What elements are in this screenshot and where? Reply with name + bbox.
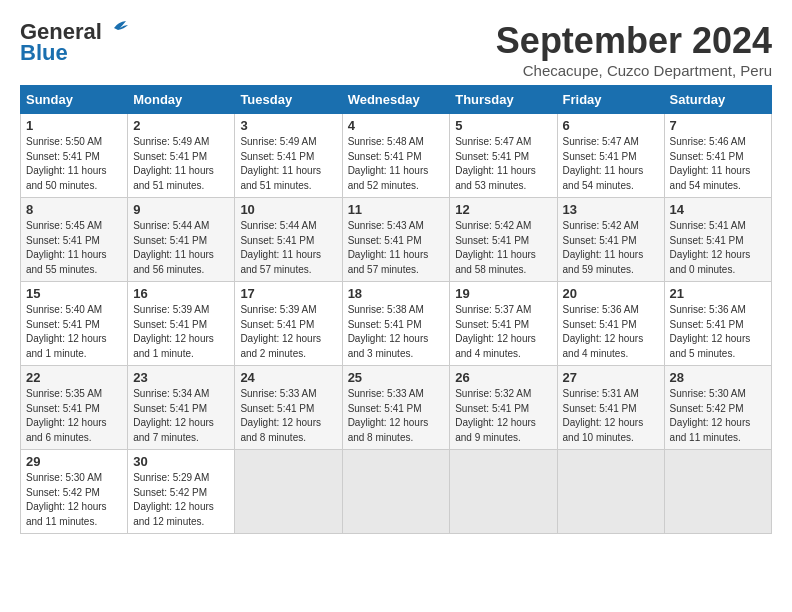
- calendar-cell: 28 Sunrise: 5:30 AM Sunset: 5:42 PM Dayl…: [664, 366, 771, 450]
- day-number: 24: [240, 370, 336, 385]
- calendar-cell: 11 Sunrise: 5:43 AM Sunset: 5:41 PM Dayl…: [342, 198, 450, 282]
- calendar-row: 1 Sunrise: 5:50 AM Sunset: 5:41 PM Dayli…: [21, 114, 772, 198]
- calendar-cell: 13 Sunrise: 5:42 AM Sunset: 5:41 PM Dayl…: [557, 198, 664, 282]
- day-info: Sunrise: 5:44 AM Sunset: 5:41 PM Dayligh…: [133, 219, 229, 277]
- calendar-cell: 21 Sunrise: 5:36 AM Sunset: 5:41 PM Dayl…: [664, 282, 771, 366]
- day-info: Sunrise: 5:31 AM Sunset: 5:41 PM Dayligh…: [563, 387, 659, 445]
- day-number: 9: [133, 202, 229, 217]
- title-block: September 2024 Checacupe, Cuzco Departme…: [496, 20, 772, 79]
- day-info: Sunrise: 5:39 AM Sunset: 5:41 PM Dayligh…: [240, 303, 336, 361]
- day-number: 4: [348, 118, 445, 133]
- day-info: Sunrise: 5:32 AM Sunset: 5:41 PM Dayligh…: [455, 387, 551, 445]
- day-number: 23: [133, 370, 229, 385]
- calendar-row: 22 Sunrise: 5:35 AM Sunset: 5:41 PM Dayl…: [21, 366, 772, 450]
- day-number: 18: [348, 286, 445, 301]
- day-number: 21: [670, 286, 766, 301]
- month-title: September 2024: [496, 20, 772, 62]
- day-number: 28: [670, 370, 766, 385]
- day-number: 16: [133, 286, 229, 301]
- calendar-cell: 6 Sunrise: 5:47 AM Sunset: 5:41 PM Dayli…: [557, 114, 664, 198]
- day-number: 3: [240, 118, 336, 133]
- day-info: Sunrise: 5:47 AM Sunset: 5:41 PM Dayligh…: [455, 135, 551, 193]
- calendar-row: 29 Sunrise: 5:30 AM Sunset: 5:42 PM Dayl…: [21, 450, 772, 534]
- calendar-header-row: SundayMondayTuesdayWednesdayThursdayFrid…: [21, 86, 772, 114]
- day-info: Sunrise: 5:38 AM Sunset: 5:41 PM Dayligh…: [348, 303, 445, 361]
- calendar-cell: 24 Sunrise: 5:33 AM Sunset: 5:41 PM Dayl…: [235, 366, 342, 450]
- day-number: 10: [240, 202, 336, 217]
- weekday-header: Monday: [128, 86, 235, 114]
- day-number: 8: [26, 202, 122, 217]
- calendar-cell: 1 Sunrise: 5:50 AM Sunset: 5:41 PM Dayli…: [21, 114, 128, 198]
- calendar-cell: 7 Sunrise: 5:46 AM Sunset: 5:41 PM Dayli…: [664, 114, 771, 198]
- day-info: Sunrise: 5:36 AM Sunset: 5:41 PM Dayligh…: [563, 303, 659, 361]
- day-info: Sunrise: 5:50 AM Sunset: 5:41 PM Dayligh…: [26, 135, 122, 193]
- day-number: 15: [26, 286, 122, 301]
- day-number: 27: [563, 370, 659, 385]
- day-number: 6: [563, 118, 659, 133]
- day-number: 5: [455, 118, 551, 133]
- calendar-cell: 15 Sunrise: 5:40 AM Sunset: 5:41 PM Dayl…: [21, 282, 128, 366]
- day-info: Sunrise: 5:30 AM Sunset: 5:42 PM Dayligh…: [670, 387, 766, 445]
- calendar-cell: 19 Sunrise: 5:37 AM Sunset: 5:41 PM Dayl…: [450, 282, 557, 366]
- day-info: Sunrise: 5:33 AM Sunset: 5:41 PM Dayligh…: [348, 387, 445, 445]
- weekday-header: Wednesday: [342, 86, 450, 114]
- logo-bird-icon: [106, 20, 128, 38]
- calendar-cell: 3 Sunrise: 5:49 AM Sunset: 5:41 PM Dayli…: [235, 114, 342, 198]
- calendar-cell: 22 Sunrise: 5:35 AM Sunset: 5:41 PM Dayl…: [21, 366, 128, 450]
- day-info: Sunrise: 5:35 AM Sunset: 5:41 PM Dayligh…: [26, 387, 122, 445]
- day-info: Sunrise: 5:44 AM Sunset: 5:41 PM Dayligh…: [240, 219, 336, 277]
- calendar-cell: 26 Sunrise: 5:32 AM Sunset: 5:41 PM Dayl…: [450, 366, 557, 450]
- day-number: 19: [455, 286, 551, 301]
- calendar-cell: 14 Sunrise: 5:41 AM Sunset: 5:41 PM Dayl…: [664, 198, 771, 282]
- location-subtitle: Checacupe, Cuzco Department, Peru: [496, 62, 772, 79]
- calendar-row: 15 Sunrise: 5:40 AM Sunset: 5:41 PM Dayl…: [21, 282, 772, 366]
- logo-blue: Blue: [20, 40, 68, 66]
- weekday-header: Sunday: [21, 86, 128, 114]
- logo: General Blue: [20, 20, 128, 66]
- day-number: 12: [455, 202, 551, 217]
- day-number: 13: [563, 202, 659, 217]
- weekday-header: Friday: [557, 86, 664, 114]
- calendar-table: SundayMondayTuesdayWednesdayThursdayFrid…: [20, 85, 772, 534]
- calendar-cell: 30 Sunrise: 5:29 AM Sunset: 5:42 PM Dayl…: [128, 450, 235, 534]
- day-info: Sunrise: 5:42 AM Sunset: 5:41 PM Dayligh…: [455, 219, 551, 277]
- calendar-cell: [450, 450, 557, 534]
- day-info: Sunrise: 5:43 AM Sunset: 5:41 PM Dayligh…: [348, 219, 445, 277]
- calendar-cell: [235, 450, 342, 534]
- day-number: 1: [26, 118, 122, 133]
- calendar-cell: 5 Sunrise: 5:47 AM Sunset: 5:41 PM Dayli…: [450, 114, 557, 198]
- calendar-cell: 18 Sunrise: 5:38 AM Sunset: 5:41 PM Dayl…: [342, 282, 450, 366]
- day-info: Sunrise: 5:36 AM Sunset: 5:41 PM Dayligh…: [670, 303, 766, 361]
- day-info: Sunrise: 5:33 AM Sunset: 5:41 PM Dayligh…: [240, 387, 336, 445]
- calendar-row: 8 Sunrise: 5:45 AM Sunset: 5:41 PM Dayli…: [21, 198, 772, 282]
- day-info: Sunrise: 5:41 AM Sunset: 5:41 PM Dayligh…: [670, 219, 766, 277]
- day-number: 14: [670, 202, 766, 217]
- day-info: Sunrise: 5:30 AM Sunset: 5:42 PM Dayligh…: [26, 471, 122, 529]
- day-info: Sunrise: 5:49 AM Sunset: 5:41 PM Dayligh…: [133, 135, 229, 193]
- day-info: Sunrise: 5:46 AM Sunset: 5:41 PM Dayligh…: [670, 135, 766, 193]
- calendar-cell: 16 Sunrise: 5:39 AM Sunset: 5:41 PM Dayl…: [128, 282, 235, 366]
- day-number: 29: [26, 454, 122, 469]
- day-info: Sunrise: 5:45 AM Sunset: 5:41 PM Dayligh…: [26, 219, 122, 277]
- day-number: 26: [455, 370, 551, 385]
- calendar-cell: 4 Sunrise: 5:48 AM Sunset: 5:41 PM Dayli…: [342, 114, 450, 198]
- day-number: 25: [348, 370, 445, 385]
- day-info: Sunrise: 5:29 AM Sunset: 5:42 PM Dayligh…: [133, 471, 229, 529]
- day-number: 2: [133, 118, 229, 133]
- calendar-cell: 10 Sunrise: 5:44 AM Sunset: 5:41 PM Dayl…: [235, 198, 342, 282]
- day-info: Sunrise: 5:40 AM Sunset: 5:41 PM Dayligh…: [26, 303, 122, 361]
- day-number: 7: [670, 118, 766, 133]
- calendar-cell: [342, 450, 450, 534]
- calendar-cell: [557, 450, 664, 534]
- calendar-cell: 9 Sunrise: 5:44 AM Sunset: 5:41 PM Dayli…: [128, 198, 235, 282]
- day-number: 30: [133, 454, 229, 469]
- calendar-cell: 29 Sunrise: 5:30 AM Sunset: 5:42 PM Dayl…: [21, 450, 128, 534]
- calendar-cell: 25 Sunrise: 5:33 AM Sunset: 5:41 PM Dayl…: [342, 366, 450, 450]
- weekday-header: Thursday: [450, 86, 557, 114]
- day-info: Sunrise: 5:39 AM Sunset: 5:41 PM Dayligh…: [133, 303, 229, 361]
- day-info: Sunrise: 5:47 AM Sunset: 5:41 PM Dayligh…: [563, 135, 659, 193]
- day-info: Sunrise: 5:42 AM Sunset: 5:41 PM Dayligh…: [563, 219, 659, 277]
- day-info: Sunrise: 5:37 AM Sunset: 5:41 PM Dayligh…: [455, 303, 551, 361]
- calendar-cell: 8 Sunrise: 5:45 AM Sunset: 5:41 PM Dayli…: [21, 198, 128, 282]
- calendar-cell: 17 Sunrise: 5:39 AM Sunset: 5:41 PM Dayl…: [235, 282, 342, 366]
